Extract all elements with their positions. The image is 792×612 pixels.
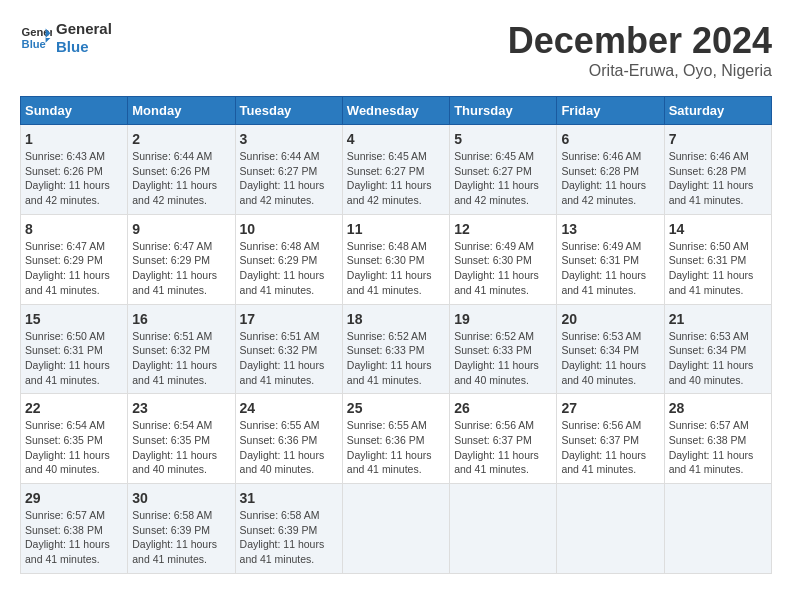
calendar-cell: 12Sunrise: 6:49 AM Sunset: 6:30 PM Dayli…	[450, 214, 557, 304]
calendar-cell	[557, 484, 664, 574]
day-number: 4	[347, 131, 445, 147]
calendar-cell: 3Sunrise: 6:44 AM Sunset: 6:27 PM Daylig…	[235, 125, 342, 215]
calendar-week-row: 1Sunrise: 6:43 AM Sunset: 6:26 PM Daylig…	[21, 125, 772, 215]
day-number: 25	[347, 400, 445, 416]
header-row: SundayMondayTuesdayWednesdayThursdayFrid…	[21, 97, 772, 125]
calendar-cell: 18Sunrise: 6:52 AM Sunset: 6:33 PM Dayli…	[342, 304, 449, 394]
day-number: 11	[347, 221, 445, 237]
day-number: 20	[561, 311, 659, 327]
day-info: Sunrise: 6:56 AM Sunset: 6:37 PM Dayligh…	[561, 418, 659, 477]
day-info: Sunrise: 6:49 AM Sunset: 6:30 PM Dayligh…	[454, 239, 552, 298]
day-number: 28	[669, 400, 767, 416]
calendar-cell: 4Sunrise: 6:45 AM Sunset: 6:27 PM Daylig…	[342, 125, 449, 215]
day-number: 1	[25, 131, 123, 147]
calendar-cell: 23Sunrise: 6:54 AM Sunset: 6:35 PM Dayli…	[128, 394, 235, 484]
header-cell: Saturday	[664, 97, 771, 125]
day-number: 21	[669, 311, 767, 327]
calendar-cell: 28Sunrise: 6:57 AM Sunset: 6:38 PM Dayli…	[664, 394, 771, 484]
day-info: Sunrise: 6:56 AM Sunset: 6:37 PM Dayligh…	[454, 418, 552, 477]
calendar-cell: 29Sunrise: 6:57 AM Sunset: 6:38 PM Dayli…	[21, 484, 128, 574]
day-number: 12	[454, 221, 552, 237]
day-info: Sunrise: 6:55 AM Sunset: 6:36 PM Dayligh…	[240, 418, 338, 477]
calendar-cell: 13Sunrise: 6:49 AM Sunset: 6:31 PM Dayli…	[557, 214, 664, 304]
day-number: 31	[240, 490, 338, 506]
day-info: Sunrise: 6:51 AM Sunset: 6:32 PM Dayligh…	[132, 329, 230, 388]
calendar-cell: 26Sunrise: 6:56 AM Sunset: 6:37 PM Dayli…	[450, 394, 557, 484]
day-info: Sunrise: 6:52 AM Sunset: 6:33 PM Dayligh…	[454, 329, 552, 388]
calendar-cell: 24Sunrise: 6:55 AM Sunset: 6:36 PM Dayli…	[235, 394, 342, 484]
calendar-header: SundayMondayTuesdayWednesdayThursdayFrid…	[21, 97, 772, 125]
day-number: 29	[25, 490, 123, 506]
day-number: 7	[669, 131, 767, 147]
title-block: December 2024 Orita-Eruwa, Oyo, Nigeria	[508, 20, 772, 80]
month-title: December 2024	[508, 20, 772, 62]
calendar-cell: 19Sunrise: 6:52 AM Sunset: 6:33 PM Dayli…	[450, 304, 557, 394]
calendar-week-row: 8Sunrise: 6:47 AM Sunset: 6:29 PM Daylig…	[21, 214, 772, 304]
day-info: Sunrise: 6:53 AM Sunset: 6:34 PM Dayligh…	[561, 329, 659, 388]
day-number: 8	[25, 221, 123, 237]
day-info: Sunrise: 6:51 AM Sunset: 6:32 PM Dayligh…	[240, 329, 338, 388]
calendar-body: 1Sunrise: 6:43 AM Sunset: 6:26 PM Daylig…	[21, 125, 772, 574]
day-info: Sunrise: 6:53 AM Sunset: 6:34 PM Dayligh…	[669, 329, 767, 388]
header-cell: Thursday	[450, 97, 557, 125]
calendar-cell: 9Sunrise: 6:47 AM Sunset: 6:29 PM Daylig…	[128, 214, 235, 304]
day-info: Sunrise: 6:47 AM Sunset: 6:29 PM Dayligh…	[25, 239, 123, 298]
day-info: Sunrise: 6:58 AM Sunset: 6:39 PM Dayligh…	[240, 508, 338, 567]
day-number: 5	[454, 131, 552, 147]
calendar-cell: 1Sunrise: 6:43 AM Sunset: 6:26 PM Daylig…	[21, 125, 128, 215]
day-info: Sunrise: 6:50 AM Sunset: 6:31 PM Dayligh…	[669, 239, 767, 298]
day-info: Sunrise: 6:57 AM Sunset: 6:38 PM Dayligh…	[669, 418, 767, 477]
day-info: Sunrise: 6:47 AM Sunset: 6:29 PM Dayligh…	[132, 239, 230, 298]
day-info: Sunrise: 6:54 AM Sunset: 6:35 PM Dayligh…	[25, 418, 123, 477]
day-number: 13	[561, 221, 659, 237]
calendar-cell: 6Sunrise: 6:46 AM Sunset: 6:28 PM Daylig…	[557, 125, 664, 215]
day-number: 2	[132, 131, 230, 147]
day-number: 3	[240, 131, 338, 147]
calendar-cell	[342, 484, 449, 574]
day-number: 10	[240, 221, 338, 237]
logo-icon: General Blue	[20, 22, 52, 54]
day-info: Sunrise: 6:44 AM Sunset: 6:26 PM Dayligh…	[132, 149, 230, 208]
day-info: Sunrise: 6:46 AM Sunset: 6:28 PM Dayligh…	[561, 149, 659, 208]
day-info: Sunrise: 6:48 AM Sunset: 6:29 PM Dayligh…	[240, 239, 338, 298]
calendar-week-row: 15Sunrise: 6:50 AM Sunset: 6:31 PM Dayli…	[21, 304, 772, 394]
day-number: 22	[25, 400, 123, 416]
calendar-cell: 8Sunrise: 6:47 AM Sunset: 6:29 PM Daylig…	[21, 214, 128, 304]
calendar-cell: 25Sunrise: 6:55 AM Sunset: 6:36 PM Dayli…	[342, 394, 449, 484]
day-number: 14	[669, 221, 767, 237]
calendar-week-row: 29Sunrise: 6:57 AM Sunset: 6:38 PM Dayli…	[21, 484, 772, 574]
calendar-cell	[664, 484, 771, 574]
day-info: Sunrise: 6:48 AM Sunset: 6:30 PM Dayligh…	[347, 239, 445, 298]
day-number: 19	[454, 311, 552, 327]
day-number: 9	[132, 221, 230, 237]
day-number: 16	[132, 311, 230, 327]
day-info: Sunrise: 6:57 AM Sunset: 6:38 PM Dayligh…	[25, 508, 123, 567]
day-number: 24	[240, 400, 338, 416]
calendar-cell: 30Sunrise: 6:58 AM Sunset: 6:39 PM Dayli…	[128, 484, 235, 574]
calendar-cell	[450, 484, 557, 574]
calendar-cell: 21Sunrise: 6:53 AM Sunset: 6:34 PM Dayli…	[664, 304, 771, 394]
calendar-cell: 22Sunrise: 6:54 AM Sunset: 6:35 PM Dayli…	[21, 394, 128, 484]
calendar-cell: 14Sunrise: 6:50 AM Sunset: 6:31 PM Dayli…	[664, 214, 771, 304]
header-cell: Sunday	[21, 97, 128, 125]
calendar-cell: 10Sunrise: 6:48 AM Sunset: 6:29 PM Dayli…	[235, 214, 342, 304]
day-info: Sunrise: 6:45 AM Sunset: 6:27 PM Dayligh…	[347, 149, 445, 208]
day-info: Sunrise: 6:50 AM Sunset: 6:31 PM Dayligh…	[25, 329, 123, 388]
header-cell: Wednesday	[342, 97, 449, 125]
day-info: Sunrise: 6:44 AM Sunset: 6:27 PM Dayligh…	[240, 149, 338, 208]
day-info: Sunrise: 6:52 AM Sunset: 6:33 PM Dayligh…	[347, 329, 445, 388]
calendar-cell: 7Sunrise: 6:46 AM Sunset: 6:28 PM Daylig…	[664, 125, 771, 215]
logo-line2: Blue	[56, 38, 112, 56]
svg-text:Blue: Blue	[22, 38, 46, 50]
day-info: Sunrise: 6:55 AM Sunset: 6:36 PM Dayligh…	[347, 418, 445, 477]
header-cell: Monday	[128, 97, 235, 125]
calendar-cell: 16Sunrise: 6:51 AM Sunset: 6:32 PM Dayli…	[128, 304, 235, 394]
header-cell: Tuesday	[235, 97, 342, 125]
calendar-table: SundayMondayTuesdayWednesdayThursdayFrid…	[20, 96, 772, 574]
day-number: 6	[561, 131, 659, 147]
day-number: 30	[132, 490, 230, 506]
day-number: 17	[240, 311, 338, 327]
day-info: Sunrise: 6:43 AM Sunset: 6:26 PM Dayligh…	[25, 149, 123, 208]
day-info: Sunrise: 6:49 AM Sunset: 6:31 PM Dayligh…	[561, 239, 659, 298]
calendar-cell: 27Sunrise: 6:56 AM Sunset: 6:37 PM Dayli…	[557, 394, 664, 484]
